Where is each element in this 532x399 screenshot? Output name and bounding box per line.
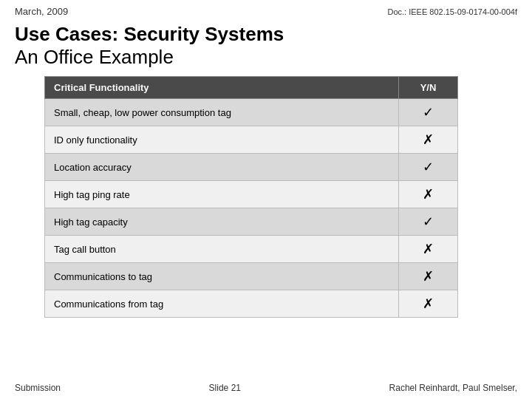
- table-row: High tag ping rate✗: [45, 181, 458, 208]
- cross-icon: ✗: [423, 269, 434, 284]
- row-label: Communications to tag: [45, 263, 399, 290]
- row-value: ✗: [399, 126, 458, 154]
- check-icon: ✓: [423, 105, 434, 120]
- row-label: Tag call button: [45, 236, 399, 263]
- col1-header: Critical Functionality: [45, 77, 399, 99]
- row-label: High tag capacity: [45, 208, 399, 236]
- row-value: ✓: [399, 99, 458, 126]
- cross-icon: ✗: [423, 132, 434, 147]
- table-row: Tag call button✗: [45, 236, 458, 263]
- row-value: ✗: [399, 290, 458, 318]
- table-row: High tag capacity✓: [45, 208, 458, 236]
- table-container: Critical Functionality Y/N Small, cheap,…: [0, 76, 532, 318]
- header-doc: Doc.: IEEE 802.15-09-0174-00-004f: [387, 7, 517, 16]
- row-value: ✓: [399, 154, 458, 181]
- row-value: ✗: [399, 181, 458, 208]
- col2-header: Y/N: [399, 77, 458, 99]
- row-value: ✗: [399, 263, 458, 290]
- row-label: Communications from tag: [45, 290, 399, 318]
- table-row: Small, cheap, low power consumption tag✓: [45, 99, 458, 126]
- title-line1: Use Cases: Security Systems: [15, 23, 284, 45]
- row-value: ✓: [399, 208, 458, 236]
- header-date: March, 2009: [15, 6, 68, 17]
- header: March, 2009 Doc.: IEEE 802.15-09-0174-00…: [0, 0, 532, 20]
- check-icon: ✓: [423, 160, 434, 174]
- footer: Submission Slide 21 Rachel Reinhardt, Pa…: [15, 383, 517, 393]
- cross-icon: ✗: [423, 187, 434, 202]
- main-title: Use Cases: Security Systems: [15, 23, 517, 46]
- functionality-table: Critical Functionality Y/N Small, cheap,…: [44, 76, 458, 318]
- row-label: High tag ping rate: [45, 181, 399, 208]
- title-section: Use Cases: Security Systems An Office Ex…: [0, 20, 532, 76]
- row-label: Location accuracy: [45, 154, 399, 181]
- footer-submission: Submission: [15, 383, 61, 393]
- row-value: ✗: [399, 236, 458, 263]
- footer-authors: Rachel Reinhardt, Paul Smelser,: [389, 383, 517, 393]
- title-line2: An Office Example: [15, 46, 174, 68]
- table-row: ID only functionality✗: [45, 126, 458, 154]
- table-row: Communications from tag✗: [45, 290, 458, 318]
- cross-icon: ✗: [423, 296, 434, 311]
- sub-title: An Office Example: [15, 46, 517, 69]
- row-label: ID only functionality: [45, 126, 399, 154]
- table-row: Location accuracy✓: [45, 154, 458, 181]
- check-icon: ✓: [423, 214, 434, 229]
- table-row: Communications to tag✗: [45, 263, 458, 290]
- footer-slide: Slide 21: [209, 383, 241, 393]
- row-label: Small, cheap, low power consumption tag: [45, 99, 399, 126]
- cross-icon: ✗: [423, 242, 434, 256]
